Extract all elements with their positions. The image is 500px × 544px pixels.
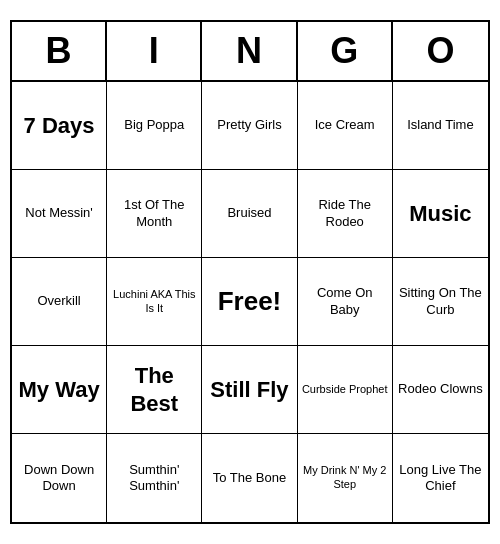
bingo-cell-19: Rodeo Clowns <box>393 346 488 434</box>
bingo-cell-9: Music <box>393 170 488 258</box>
header-letter-N: N <box>202 22 297 80</box>
bingo-card: BINGO 7 DaysBig PoppaPretty GirlsIce Cre… <box>10 20 490 524</box>
header-letter-B: B <box>12 22 107 80</box>
bingo-cell-21: Sumthin' Sumthin' <box>107 434 202 522</box>
bingo-cell-7: Bruised <box>202 170 297 258</box>
bingo-cell-10: Overkill <box>12 258 107 346</box>
bingo-cell-8: Ride The Rodeo <box>298 170 393 258</box>
header-letter-G: G <box>298 22 393 80</box>
bingo-cell-2: Pretty Girls <box>202 82 297 170</box>
header-letter-O: O <box>393 22 488 80</box>
bingo-cell-16: The Best <box>107 346 202 434</box>
bingo-cell-6: 1st Of The Month <box>107 170 202 258</box>
bingo-cell-22: To The Bone <box>202 434 297 522</box>
bingo-cell-23: My Drink N' My 2 Step <box>298 434 393 522</box>
bingo-cell-12: Free! <box>202 258 297 346</box>
bingo-cell-4: Island Time <box>393 82 488 170</box>
bingo-cell-1: Big Poppa <box>107 82 202 170</box>
bingo-header: BINGO <box>12 22 488 82</box>
bingo-cell-3: Ice Cream <box>298 82 393 170</box>
bingo-cell-20: Down Down Down <box>12 434 107 522</box>
bingo-grid: 7 DaysBig PoppaPretty GirlsIce CreamIsla… <box>12 82 488 522</box>
header-letter-I: I <box>107 22 202 80</box>
bingo-cell-15: My Way <box>12 346 107 434</box>
bingo-cell-14: Sitting On The Curb <box>393 258 488 346</box>
bingo-cell-24: Long Live The Chief <box>393 434 488 522</box>
bingo-cell-18: Curbside Prophet <box>298 346 393 434</box>
bingo-cell-5: Not Messin' <box>12 170 107 258</box>
bingo-cell-13: Come On Baby <box>298 258 393 346</box>
bingo-cell-11: Luchini AKA This Is It <box>107 258 202 346</box>
bingo-cell-0: 7 Days <box>12 82 107 170</box>
bingo-cell-17: Still Fly <box>202 346 297 434</box>
